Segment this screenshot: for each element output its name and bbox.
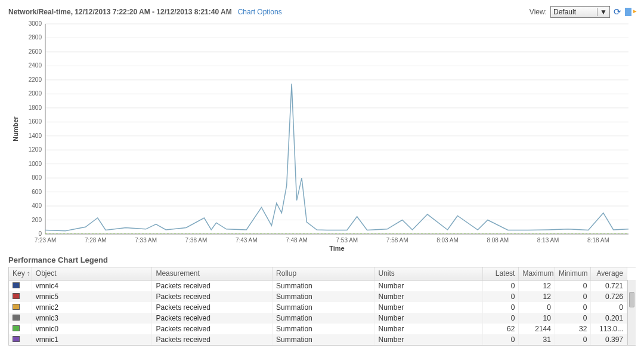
view-label: View: <box>530 8 547 16</box>
chart-toolbar: Network/Real-time, 12/12/2013 7:22:20 AM… <box>8 6 636 18</box>
table-row[interactable]: vmnic2Packets receivedSummationNumber000… <box>9 302 627 313</box>
average-cell: 0.397 <box>591 334 627 345</box>
swatch-cell <box>9 302 32 313</box>
object-cell: vmnic2 <box>32 302 152 313</box>
rollup-cell: Summation <box>273 324 374 334</box>
svg-text:7:58 AM: 7:58 AM <box>386 237 408 244</box>
object-cell: vmnic3 <box>32 313 152 324</box>
average-cell: 0.721 <box>591 280 627 291</box>
minimum-cell: 0 <box>555 313 590 324</box>
svg-text:7:48 AM: 7:48 AM <box>286 237 308 244</box>
table-row[interactable]: vmnic4Packets receivedSummationNumber012… <box>9 280 627 291</box>
legend-header-row: Key⇡ Object Measurement Rollup Units Lat… <box>9 267 627 280</box>
units-cell: Number <box>374 334 482 345</box>
svg-text:1600: 1600 <box>29 118 42 125</box>
object-cell: vmnic5 <box>32 291 152 302</box>
svg-text:7:43 AM: 7:43 AM <box>236 237 258 244</box>
object-cell: vmnic1 <box>32 334 152 345</box>
units-cell: Number <box>374 313 482 324</box>
legend-heading: Performance Chart Legend <box>8 255 636 264</box>
svg-text:8:18 AM: 8:18 AM <box>587 237 609 244</box>
rollup-cell: Summation <box>273 313 374 324</box>
col-minimum[interactable]: Minimum <box>555 267 590 280</box>
units-cell: Number <box>374 280 482 291</box>
svg-text:200: 200 <box>32 217 42 223</box>
svg-text:2400: 2400 <box>29 62 42 69</box>
maximum-cell: 12 <box>519 291 555 302</box>
units-cell: Number <box>374 302 482 313</box>
maximum-cell: 12 <box>519 280 555 291</box>
object-cell: vmnic4 <box>32 280 152 291</box>
svg-text:7:53 AM: 7:53 AM <box>336 237 358 244</box>
svg-text:Number: Number <box>12 116 19 141</box>
average-cell: 0.201 <box>591 313 627 324</box>
svg-text:7:28 AM: 7:28 AM <box>85 237 107 244</box>
rollup-cell: Summation <box>273 334 374 345</box>
svg-text:2600: 2600 <box>29 48 42 55</box>
rollup-cell: Summation <box>273 302 374 313</box>
svg-text:7:23 AM: 7:23 AM <box>35 237 57 244</box>
swatch-cell <box>9 334 32 345</box>
view-select-value: Default <box>553 8 576 16</box>
minimum-cell: 0 <box>555 280 590 291</box>
svg-text:7:33 AM: 7:33 AM <box>135 237 157 244</box>
minimum-cell: 0 <box>555 302 590 313</box>
chart-area: 0200400600800100012001400160018002000220… <box>8 20 636 252</box>
col-measurement[interactable]: Measurement <box>152 267 273 280</box>
rollup-cell: Summation <box>273 280 374 291</box>
units-cell: Number <box>374 324 482 334</box>
export-icon[interactable] <box>625 8 636 16</box>
swatch-cell <box>9 280 32 291</box>
svg-text:2000: 2000 <box>29 90 42 97</box>
maximum-cell: 10 <box>519 313 555 324</box>
maximum-cell: 0 <box>519 302 555 313</box>
svg-text:8:03 AM: 8:03 AM <box>436 237 459 244</box>
legend-scrollbar[interactable] <box>627 280 636 345</box>
measurement-cell: Packets received <box>152 334 273 345</box>
units-cell: Number <box>374 291 482 302</box>
maximum-cell: 2144 <box>519 324 555 334</box>
chevron-down-icon: ▼ <box>597 8 607 16</box>
maximum-cell: 31 <box>519 334 555 345</box>
svg-text:8:08 AM: 8:08 AM <box>487 237 509 244</box>
refresh-icon[interactable]: ⟳ <box>614 7 621 17</box>
table-row[interactable]: vmnic5Packets receivedSummationNumber012… <box>9 291 627 302</box>
col-average[interactable]: Average <box>591 267 627 280</box>
latest-cell: 0 <box>482 291 518 302</box>
col-object[interactable]: Object <box>32 267 152 280</box>
table-row[interactable]: vmnic1Packets receivedSummationNumber031… <box>9 334 627 345</box>
table-row[interactable]: vmnic0Packets receivedSummationNumber622… <box>9 324 627 334</box>
line-chart: 0200400600800100012001400160018002000220… <box>8 20 636 252</box>
minimum-cell: 32 <box>555 324 590 334</box>
measurement-cell: Packets received <box>152 324 273 334</box>
col-maximum[interactable]: Maximum <box>519 267 555 280</box>
col-latest[interactable]: Latest <box>482 267 518 280</box>
chart-options-link[interactable]: Chart Options <box>238 8 282 16</box>
measurement-cell: Packets received <box>152 313 273 324</box>
svg-text:2200: 2200 <box>29 76 42 83</box>
average-cell: 113.0... <box>591 324 627 334</box>
latest-cell: 0 <box>482 334 518 345</box>
col-key[interactable]: Key⇡ <box>9 267 32 280</box>
svg-text:800: 800 <box>32 174 42 181</box>
swatch-cell <box>9 291 32 302</box>
col-rollup[interactable]: Rollup <box>273 267 374 280</box>
svg-text:7:38 AM: 7:38 AM <box>185 237 208 244</box>
svg-text:1200: 1200 <box>29 146 42 153</box>
col-units[interactable]: Units <box>374 267 482 280</box>
scrollbar-thumb[interactable] <box>629 292 634 307</box>
svg-text:3000: 3000 <box>29 20 42 27</box>
legend-table-container: Key⇡ Object Measurement Rollup Units Lat… <box>8 267 636 346</box>
latest-cell: 62 <box>482 324 518 334</box>
sort-icon: ⇡ <box>26 271 31 277</box>
swatch-cell <box>9 324 32 334</box>
measurement-cell: Packets received <box>152 291 273 302</box>
latest-cell: 0 <box>482 313 518 324</box>
view-select[interactable]: Default ▼ <box>550 6 610 18</box>
object-cell: vmnic0 <box>32 324 152 334</box>
svg-text:Time: Time <box>329 245 344 252</box>
latest-cell: 0 <box>482 302 518 313</box>
measurement-cell: Packets received <box>152 302 273 313</box>
svg-text:600: 600 <box>32 189 42 195</box>
table-row[interactable]: vmnic3Packets receivedSummationNumber010… <box>9 313 627 324</box>
